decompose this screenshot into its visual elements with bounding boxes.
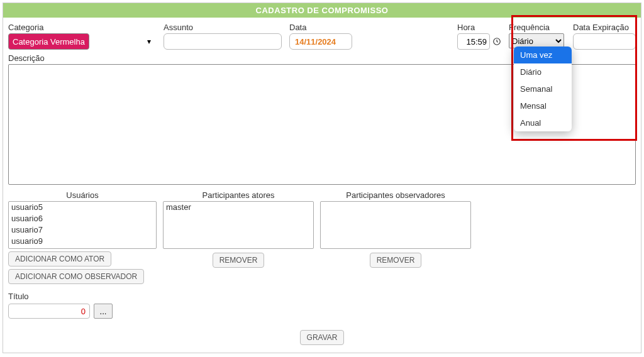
frequencia-option[interactable]: Uma vez bbox=[514, 47, 572, 63]
obs-listbox[interactable] bbox=[320, 201, 471, 249]
data-input[interactable] bbox=[289, 33, 352, 50]
hora-label: Hora bbox=[457, 23, 501, 32]
titulo-input[interactable] bbox=[8, 304, 90, 319]
data-label: Data bbox=[289, 23, 439, 32]
gravar-button[interactable]: GRAVAR bbox=[300, 330, 345, 345]
frequencia-option[interactable]: Diário bbox=[514, 63, 572, 80]
list-item[interactable]: usuario7 bbox=[9, 224, 156, 236]
usuarios-listbox[interactable]: usuario5usuario6usuario7usuario9 bbox=[8, 201, 157, 249]
usuarios-title: Usuários bbox=[66, 190, 98, 200]
data-exp-label: Data Expiração bbox=[573, 23, 636, 32]
list-item[interactable]: usuario5 bbox=[9, 202, 156, 213]
obs-title: Participantes observadores bbox=[346, 190, 445, 200]
frequencia-option[interactable]: Anual bbox=[514, 114, 572, 131]
categoria-label: Categoria bbox=[8, 23, 156, 32]
frequencia-option[interactable]: Mensal bbox=[514, 97, 572, 114]
form-container: CADASTRO DE COMPROMISSO Categoria Catego… bbox=[3, 3, 641, 353]
add-obs-button[interactable]: ADICIONAR COMO OBSERVADOR bbox=[8, 269, 144, 284]
titulo-label: Título bbox=[8, 292, 29, 301]
atores-title: Participantes atores bbox=[203, 190, 275, 200]
hora-input[interactable] bbox=[457, 33, 490, 50]
assunto-label: Assunto bbox=[164, 23, 282, 32]
list-item[interactable]: usuario6 bbox=[9, 213, 156, 224]
list-item[interactable]: usuario9 bbox=[9, 236, 156, 247]
remover-atores-button[interactable]: REMOVER bbox=[213, 253, 265, 268]
assunto-input[interactable] bbox=[164, 33, 282, 50]
frequencia-option[interactable]: Semanal bbox=[514, 80, 572, 97]
list-item[interactable]: master bbox=[164, 202, 313, 213]
titulo-browse-button[interactable]: ... bbox=[94, 304, 113, 319]
clock-icon bbox=[492, 36, 501, 47]
form-header: CADASTRO DE COMPROMISSO bbox=[3, 3, 641, 18]
categoria-select[interactable]: Categoria Vermelha bbox=[8, 33, 89, 50]
frequencia-label: Frequência bbox=[509, 23, 565, 32]
remover-obs-button[interactable]: REMOVER bbox=[370, 253, 422, 268]
add-ator-button[interactable]: ADICIONAR COMO ATOR bbox=[8, 251, 111, 266]
atores-listbox[interactable]: master bbox=[163, 201, 314, 249]
data-exp-input[interactable] bbox=[573, 33, 636, 50]
frequencia-dropdown[interactable]: Uma vezDiárioSemanalMensalAnual bbox=[514, 47, 572, 131]
